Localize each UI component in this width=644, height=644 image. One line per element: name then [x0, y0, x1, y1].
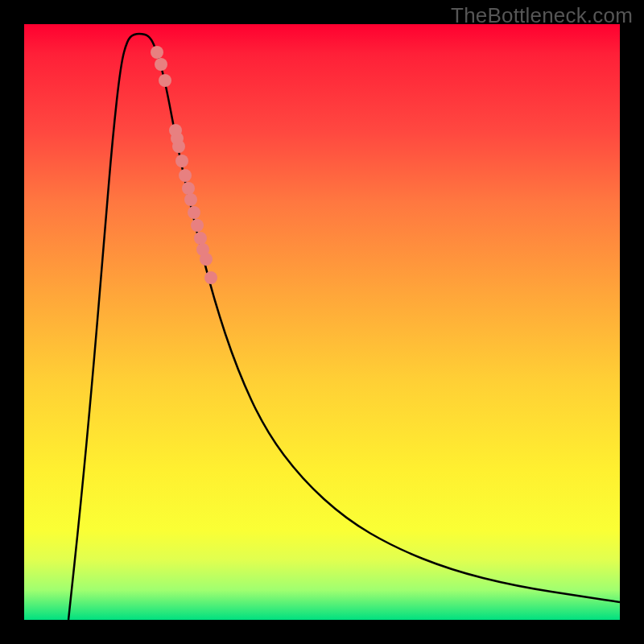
dot	[194, 232, 207, 245]
dot	[159, 74, 171, 87]
dot	[175, 155, 188, 167]
dot	[188, 206, 200, 219]
dot	[191, 219, 204, 232]
dot	[172, 140, 185, 153]
plot-area	[24, 24, 620, 620]
chart-frame: TheBottleneck.com	[0, 0, 644, 644]
chart-overlay	[24, 24, 620, 620]
dot	[184, 193, 197, 206]
dot	[179, 169, 192, 182]
dot	[182, 182, 195, 195]
watermark-text: TheBottleneck.com	[451, 3, 633, 28]
dot	[155, 58, 167, 71]
highlighted-dots	[151, 46, 217, 284]
dot	[151, 46, 163, 59]
dot	[200, 253, 213, 266]
dot	[204, 271, 217, 284]
bottleneck-curve	[68, 34, 620, 620]
